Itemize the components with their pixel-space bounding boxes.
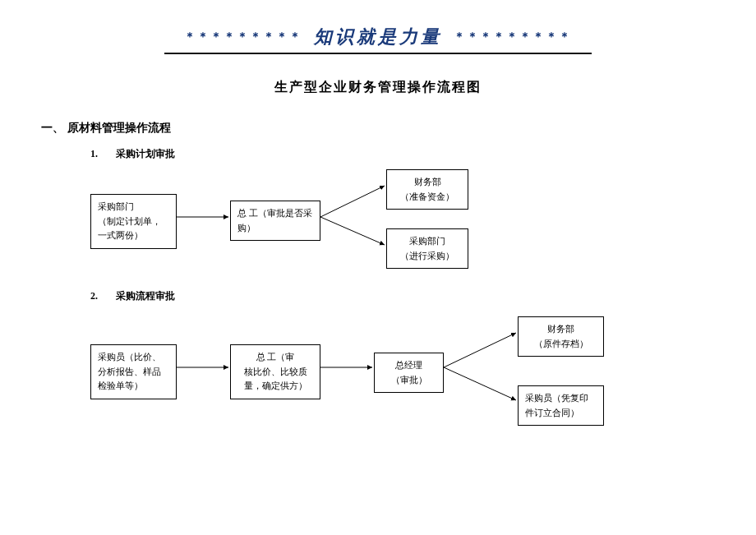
box-line: 件订立合同） <box>525 408 579 417</box>
box-line: 核比价、比较质 <box>244 367 307 376</box>
box-line: 总 工（审批是否采购） <box>237 208 312 233</box>
flow-box-gm: 总经理 （审批） <box>374 353 444 393</box>
sub-number: 2. <box>90 290 113 302</box>
box-line: 采购员（比价、 <box>98 352 161 362</box>
svg-line-6 <box>444 367 516 400</box>
box-line: （原件存档） <box>534 339 588 348</box>
svg-line-2 <box>320 217 385 245</box>
box-line: 财务部 <box>547 324 574 334</box>
section-heading-1: 一、 原材料管理操作流程 <box>41 121 740 136</box>
flow-box-purchasing-exec: 采购部门 （进行采购） <box>386 228 468 269</box>
sub-heading-1: 1. 采购计划审批 <box>90 147 740 161</box>
box-line: 一式两份） <box>98 230 143 240</box>
flow-box-purchasing-dept: 采购部门 （制定计划单， 一式两份） <box>90 194 177 249</box>
svg-line-5 <box>444 333 516 367</box>
flow-box-chief-engineer: 总 工（审批是否采购） <box>230 201 320 241</box>
sub-number: 1. <box>90 148 113 160</box>
svg-line-1 <box>320 186 385 217</box>
header-line: ＊＊＊＊＊＊＊＊＊ 知识就是力量 ＊＊＊＊＊＊＊＊＊ <box>184 25 572 49</box>
box-line: 总 工（审 <box>256 352 295 362</box>
box-line: 总经理 <box>395 360 422 370</box>
flow-box-purchaser-contract: 采购员（凭复印 件订立合同） <box>518 385 604 426</box>
box-line: 采购员（凭复印 <box>525 393 588 403</box>
header-title: 知识就是力量 <box>314 25 442 49</box>
document-title: 生产型企业财务管理操作流程图 <box>16 79 740 96</box>
flow-box-finance: 财务部 （准备资金） <box>386 169 468 210</box>
stars-left: ＊＊＊＊＊＊＊＊＊ <box>184 30 302 44</box>
page-header: ＊＊＊＊＊＊＊＊＊ 知识就是力量 ＊＊＊＊＊＊＊＊＊ <box>16 25 740 54</box>
flow-box-finance-2: 财务部 （原件存档） <box>518 316 604 357</box>
sub-title: 采购流程审批 <box>116 290 175 302</box>
section-number: 一、 <box>41 122 64 134</box>
box-line: 量，确定供方） <box>244 380 307 390</box>
section-title: 原材料管理操作流程 <box>67 122 171 134</box>
sub-heading-2: 2. 采购流程审批 <box>90 289 740 303</box>
box-line: （制定计划单， <box>98 216 161 226</box>
box-line: 检验单等） <box>98 380 143 390</box>
box-line: 采购部门 <box>409 236 445 246</box>
header-underline <box>164 53 592 54</box>
box-line: 财务部 <box>414 177 441 187</box>
box-line: （进行采购） <box>400 251 454 261</box>
flow-box-chief-engineer-2: 总 工（审 核比价、比较质 量，确定供方） <box>230 344 320 399</box>
box-line: （准备资金） <box>400 191 454 201</box>
sub-title: 采购计划审批 <box>116 148 175 159</box>
box-line: 分析报告、样品 <box>98 367 161 376</box>
box-line: 采购部门 <box>98 201 134 211</box>
stars-right: ＊＊＊＊＊＊＊＊＊ <box>454 30 572 44</box>
diagram-2: 采购员（比价、 分析报告、样品 检验单等） 总 工（审 核比价、比较质 量，确定… <box>90 311 682 427</box>
flow-box-purchaser: 采购员（比价、 分析报告、样品 检验单等） <box>90 344 177 399</box>
box-line: （审批） <box>391 375 427 385</box>
diagram-1: 采购部门 （制定计划单， 一式两份） 总 工（审批是否采购） 财务部 （准备资金… <box>90 169 682 268</box>
